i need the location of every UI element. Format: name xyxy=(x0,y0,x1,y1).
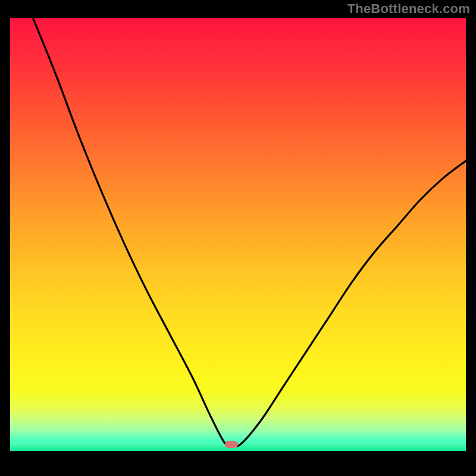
bottleneck-curve-path xyxy=(33,18,466,446)
bottleneck-curve xyxy=(10,18,466,451)
watermark-text: TheBottleneck.com xyxy=(347,1,470,17)
plot-area xyxy=(10,18,466,451)
chart-frame: TheBottleneck.com xyxy=(0,0,476,476)
optimal-point-marker xyxy=(225,441,238,448)
